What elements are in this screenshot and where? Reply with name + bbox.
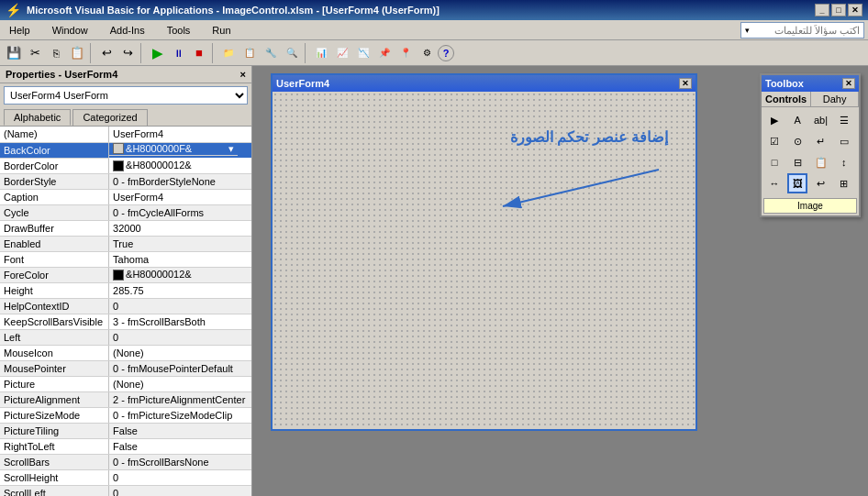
toolbox-item-select[interactable]: ▶ (764, 110, 785, 130)
ask-input[interactable] (750, 25, 860, 36)
properties-title: Properties - UserForm4 × (0, 66, 251, 83)
prop-value-1[interactable]: &H8000000F& ▾ (109, 143, 238, 156)
toolbox-item-combobox[interactable]: ⊞ (834, 173, 854, 193)
prop-value-10[interactable]: 285.75 (109, 282, 251, 298)
tb-extra5[interactable]: 📍 (395, 43, 416, 63)
ask-dropdown-icon[interactable]: ▾ (745, 26, 750, 35)
prop-name-15: MousePointer (0, 360, 109, 376)
color-swatch-1 (113, 143, 124, 154)
tb-copy[interactable]: ⎘ (46, 43, 66, 63)
tb-redo[interactable]: ↪ (117, 43, 138, 63)
toolbox-item-spinbutton[interactable]: ↔ (764, 173, 785, 193)
tb-help[interactable]: ? (438, 45, 454, 61)
prop-value-3[interactable]: 0 - fmBorderStyleNone (109, 173, 251, 189)
tb-cut[interactable]: ✂ (25, 43, 45, 63)
prop-value-text-15: 0 - fmMousePointerDefault (113, 363, 233, 374)
toolbox-title: Toolbox ✕ (762, 75, 859, 92)
prop-name-3: BorderStyle (0, 173, 109, 189)
tb-properties[interactable]: 📋 (239, 43, 260, 63)
toolbox-item-optionbutton[interactable]: ⊙ (787, 131, 807, 151)
userform-body[interactable]: إضافة عنصر تحكم الصورة (273, 92, 696, 429)
prop-value-9[interactable]: &H80000012& (109, 267, 251, 282)
prop-value-text-9: &H80000012& (126, 269, 192, 280)
toolbox-close-button[interactable]: ✕ (842, 78, 855, 89)
properties-close-button[interactable]: × (240, 69, 246, 80)
toolbox-items-grid: ▶Aab|☰☑⊙↵▭□⊟📋↕↔🖼↩⊞ (762, 107, 859, 196)
menu-window[interactable]: Window (47, 23, 94, 38)
toolbox-item-scrollbar[interactable]: ↕ (834, 152, 854, 172)
prop-value-0[interactable]: UserForm4 (109, 127, 251, 142)
color-swatch-2 (113, 160, 124, 171)
prop-value-23[interactable]: 0 (109, 485, 251, 496)
prop-name-19: PictureTiling (0, 423, 109, 438)
tb-extra1[interactable]: 📊 (311, 43, 331, 63)
prop-value-7[interactable]: True (109, 236, 251, 251)
toolbox-tab-controls[interactable]: Controls (762, 92, 811, 106)
prop-value-13[interactable]: 0 (109, 329, 251, 345)
toolbox-item-label[interactable]: A (787, 110, 807, 130)
toolbox-item-togglebutton[interactable]: ↵ (811, 131, 831, 151)
menu-tools[interactable]: Tools (161, 23, 196, 38)
tb-toolbox[interactable]: 🔧 (261, 43, 281, 63)
prop-name-13: Left (0, 329, 109, 345)
prop-value-20[interactable]: False (109, 438, 251, 454)
prop-value-12[interactable]: 3 - fmScrollBarsBoth (109, 314, 251, 329)
tb-pause[interactable]: ⏸ (168, 43, 188, 63)
toolbox-item-textbox[interactable]: ab| (811, 110, 831, 130)
toolbox-tabs: Controls Dahy (762, 92, 859, 107)
toolbox-item-refedit[interactable]: ↩ (811, 173, 831, 193)
tb-extra4[interactable]: 📌 (374, 43, 395, 63)
toolbox-item-commandbutton[interactable]: □ (764, 152, 785, 172)
tb-save[interactable]: 💾 (4, 43, 24, 63)
prop-value-19[interactable]: False (109, 423, 251, 438)
prop-value-14[interactable]: (None) (109, 345, 251, 360)
prop-name-8: Font (0, 251, 109, 267)
toolbox-item-listbox[interactable]: ☰ (834, 110, 854, 130)
prop-value-18[interactable]: 0 - fmPictureSizeModeClip (109, 407, 251, 423)
tb-run[interactable]: ▶ (147, 43, 167, 63)
tb-extra6[interactable]: ⚙ (417, 43, 437, 63)
prop-value-4[interactable]: UserForm4 (109, 189, 251, 204)
properties-tabs: Alphabetic Categorized (0, 107, 251, 127)
prop-value-6[interactable]: 32000 (109, 220, 251, 236)
prop-value-22[interactable]: 0 (109, 469, 251, 485)
prop-value-17[interactable]: 2 - fmPictureAlignmentCenter (109, 391, 251, 407)
prop-name-23: ScrollLeft (0, 485, 109, 496)
tb-paste[interactable]: 📋 (67, 43, 87, 63)
menu-help[interactable]: Help (4, 23, 36, 38)
toolbox-item-tabstrip[interactable]: ⊟ (787, 152, 807, 172)
prop-value-5[interactable]: 0 - fmCycleAllForms (109, 204, 251, 220)
tab-alphabetic[interactable]: Alphabetic (4, 109, 71, 126)
tb-extra3[interactable]: 📉 (353, 43, 373, 63)
toolbox-item-image[interactable]: 🖼 (787, 173, 807, 193)
menu-addins[interactable]: Add-Ins (105, 23, 150, 38)
toolbox-item-checkbox[interactable]: ☑ (764, 131, 785, 151)
tb-stop[interactable]: ■ (189, 43, 209, 63)
prop-value-21[interactable]: 0 - fmScrollBarsNone (109, 454, 251, 469)
prop-value-text-11: 0 (113, 301, 118, 312)
tb-undo[interactable]: ↩ (96, 43, 117, 63)
color-swatch-9 (113, 270, 124, 281)
toolbox-item-frame[interactable]: ▭ (834, 131, 854, 151)
close-button[interactable]: ✕ (848, 4, 862, 17)
prop-value-text-22: 0 (113, 472, 118, 483)
properties-object-select[interactable]: UserForm4 UserForm (4, 86, 248, 105)
minimize-button[interactable]: _ (815, 4, 829, 17)
prop-value-16[interactable]: (None) (109, 376, 251, 391)
toolbox-item-multipage[interactable]: 📋 (811, 152, 831, 172)
prop-dropdown-arrow[interactable]: ▾ (228, 143, 234, 155)
prop-value-15[interactable]: 0 - fmMousePointerDefault (109, 360, 251, 376)
tab-categorized[interactable]: Categorized (72, 109, 147, 126)
userform-close-button[interactable]: ✕ (679, 78, 692, 89)
properties-object-dropdown[interactable]: UserForm4 UserForm (4, 86, 248, 105)
menu-run[interactable]: Run (206, 23, 236, 38)
tb-extra2[interactable]: 📈 (332, 43, 352, 63)
maximize-button[interactable]: □ (831, 4, 846, 17)
tb-project[interactable]: 📁 (218, 43, 239, 63)
toolbox-tab-dahy[interactable]: Dahy (811, 92, 859, 106)
prop-value-8[interactable]: Tahoma (109, 251, 251, 267)
tb-objbrowser[interactable]: 🔍 (282, 43, 302, 63)
prop-value-text-6: 32000 (113, 223, 141, 234)
prop-value-2[interactable]: &H80000012& (109, 158, 251, 173)
prop-value-11[interactable]: 0 (109, 298, 251, 314)
